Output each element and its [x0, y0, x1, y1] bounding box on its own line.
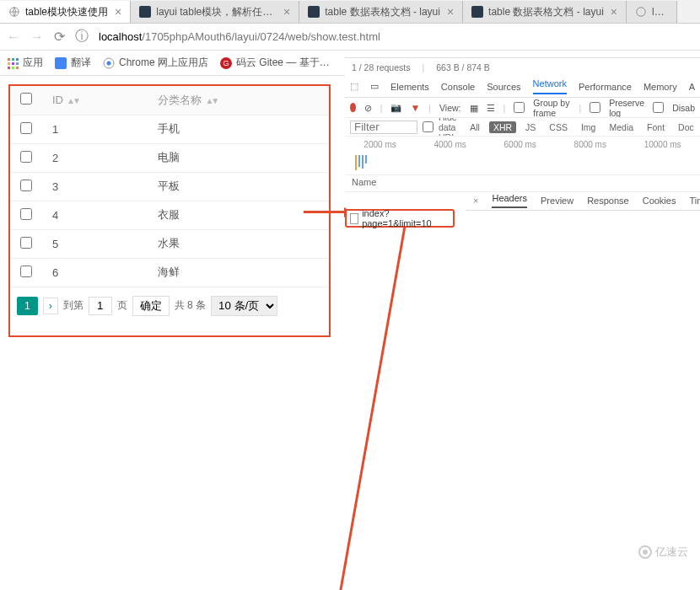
reload-icon[interactable]: ⟳	[54, 29, 65, 45]
close-icon[interactable]: ×	[283, 5, 290, 19]
perpage-select[interactable]: 10 条/页	[211, 296, 277, 316]
filter-media[interactable]: Media	[605, 121, 638, 133]
tab-2[interactable]: table 数据表格文档 - layui×	[299, 1, 463, 23]
hide-data-urls-checkbox[interactable]	[423, 121, 433, 132]
tab-0[interactable]: table模块快速使用×	[0, 1, 131, 23]
col-id[interactable]: ID▲▼	[42, 86, 148, 115]
svg-rect-4	[16, 58, 19, 61]
tab-cookies[interactable]: Cookies	[643, 196, 676, 206]
close-icon[interactable]: ×	[611, 5, 617, 19]
capture-icon[interactable]: 📷	[390, 102, 401, 113]
timeline-bars	[355, 155, 367, 170]
table-row[interactable]: 2电脑	[10, 143, 329, 172]
filter-img[interactable]: Img	[577, 121, 600, 133]
apps-icon	[7, 57, 19, 69]
page-next[interactable]: ›	[43, 298, 58, 314]
filter-all[interactable]: All	[466, 121, 484, 133]
filter-css[interactable]: CSS	[545, 121, 572, 133]
filter-icon[interactable]: ▼	[410, 102, 420, 114]
request-row[interactable]: index?page=1&limit=10	[345, 209, 455, 228]
table-row[interactable]: 4衣服	[10, 201, 329, 229]
table-row[interactable]: 3平板	[10, 172, 329, 201]
layui-icon	[139, 6, 151, 18]
close-icon[interactable]: ×	[473, 196, 478, 206]
svg-rect-3	[12, 58, 14, 61]
page-current[interactable]: 1	[17, 297, 38, 315]
filter-doc[interactable]: Doc	[674, 121, 698, 133]
translate-icon	[55, 57, 67, 69]
view-large-icon[interactable]: ▦	[470, 103, 478, 113]
sort-icon[interactable]: ▲▼	[67, 96, 78, 105]
svg-rect-11	[55, 57, 67, 69]
record-icon[interactable]	[350, 103, 356, 112]
annotation-arrow-2	[332, 219, 407, 590]
panel-performance[interactable]: Performance	[579, 82, 632, 92]
network-statusbar: 1 / 28 requests | 663 B / 874 B	[345, 57, 700, 76]
close-icon[interactable]: ×	[447, 5, 454, 19]
panel-network[interactable]: Network	[533, 78, 567, 94]
preserve-log-checkbox[interactable]	[590, 102, 600, 113]
clear-icon[interactable]: ⊘	[364, 103, 372, 113]
panel-more[interactable]: A	[689, 82, 695, 92]
panel-elements[interactable]: Elements	[390, 82, 429, 92]
row-checkbox[interactable]	[20, 208, 32, 220]
filter-input[interactable]	[350, 121, 417, 134]
gitee-icon: G	[220, 57, 232, 69]
data-table-frame: ID▲▼ 分类名称▲▼ 1手机2电脑3平板4衣服5水果6海鲜 1 › 到第 页 …	[8, 84, 331, 337]
col-cat[interactable]: 分类名称▲▼	[148, 86, 329, 115]
filter-xhr[interactable]: XHR	[489, 121, 516, 133]
tab-preview[interactable]: Preview	[541, 196, 573, 206]
row-checkbox[interactable]	[20, 180, 32, 191]
panel-sources[interactable]: Sources	[487, 82, 520, 92]
table-row[interactable]: 6海鲜	[10, 258, 329, 287]
view-small-icon[interactable]: ☰	[487, 103, 495, 113]
svg-point-1	[637, 8, 646, 17]
goto-label: 到第	[63, 298, 83, 313]
device-icon[interactable]: ▭	[370, 81, 379, 92]
row-checkbox[interactable]	[20, 151, 32, 163]
select-all-checkbox[interactable]	[20, 93, 32, 105]
filter-bar: Hide data URLs All XHR JS CSS Img Media …	[345, 118, 700, 137]
inspect-icon[interactable]: ⬚	[350, 81, 358, 92]
tab-timing[interactable]: Timing	[689, 196, 700, 206]
row-checkbox[interactable]	[20, 237, 32, 249]
url-field[interactable]: localhost/1705phpAMouth6/layui/0724/web/…	[99, 30, 693, 43]
close-icon[interactable]: ×	[115, 5, 121, 19]
group-by-frame-checkbox[interactable]	[514, 102, 525, 113]
globe-icon	[635, 6, 647, 18]
table-row[interactable]: 1手机	[10, 115, 329, 143]
goto-input[interactable]	[89, 297, 112, 315]
back-icon[interactable]: ←	[7, 30, 20, 45]
bookmark-webstore[interactable]: Chrome 网上应用店	[103, 56, 208, 70]
row-checkbox[interactable]	[20, 266, 32, 277]
request-name: index?page=1&limit=10	[362, 208, 450, 228]
tab-3[interactable]: table 数据表格文档 - layui×	[463, 1, 627, 23]
forward-icon[interactable]: →	[30, 30, 44, 45]
info-icon[interactable]: ⓘ	[75, 28, 89, 46]
layui-icon	[308, 6, 320, 18]
tab-response[interactable]: Response	[587, 196, 629, 206]
timeline[interactable]: 2000 ms 4000 ms 6000 ms 8000 ms 10000 ms	[345, 137, 700, 175]
select-all-cell	[10, 86, 42, 115]
filter-js[interactable]: JS	[521, 121, 540, 133]
devtools-tabs: ⬚ ▭ Elements Console Sources Network Per…	[345, 76, 700, 98]
bookmark-translate[interactable]: 翻译	[55, 56, 91, 70]
bookmark-gitee[interactable]: G码云 Gitee — 基于…	[220, 56, 330, 70]
browser-tabs: table模块快速使用× layui table模块，解析任意数据× table…	[0, 0, 700, 24]
transfer-bytes: 663 B / 874 B	[436, 62, 490, 72]
goto-confirm-button[interactable]: 确定	[132, 296, 170, 316]
row-checkbox[interactable]	[20, 122, 32, 134]
filter-font[interactable]: Font	[643, 121, 669, 133]
network-toolbar: ⊘ | 📷 ▼ | View: ▦ ☰ | Group by frame | P…	[345, 98, 700, 118]
sort-icon[interactable]: ▲▼	[205, 96, 217, 105]
apps-button[interactable]: 应用	[7, 56, 43, 70]
table-row[interactable]: 5水果	[10, 229, 329, 258]
tab-1[interactable]: layui table模块，解析任意数据×	[131, 1, 299, 23]
tab-headers[interactable]: Headers	[492, 193, 527, 208]
tab-4[interactable]: loca	[627, 1, 677, 23]
panel-console[interactable]: Console	[441, 82, 475, 92]
watermark: 亿速云	[632, 543, 695, 561]
name-column-header: Name	[345, 175, 700, 192]
disable-cache-checkbox[interactable]	[653, 102, 664, 113]
panel-memory[interactable]: Memory	[643, 82, 677, 92]
